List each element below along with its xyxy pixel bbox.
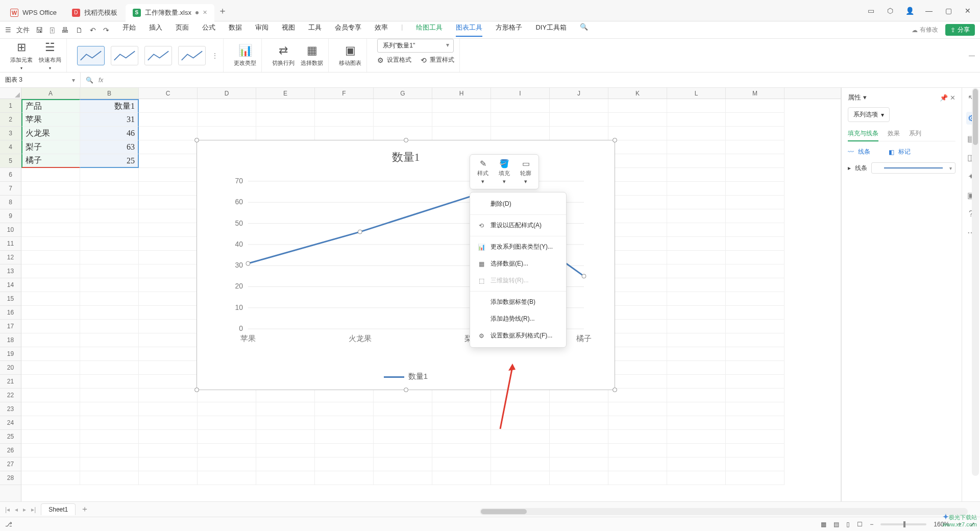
save-icon[interactable]: 🖫 [36, 26, 43, 34]
mini-fill-button[interactable]: 🪣填充▾ [494, 158, 515, 186]
style-thumb-1[interactable] [77, 46, 105, 65]
horizontal-scrollbar[interactable] [480, 508, 968, 515]
sheet-nav-last[interactable]: ▸| [31, 506, 36, 513]
zoom-slider[interactable] [880, 523, 926, 525]
resize-handle[interactable] [404, 138, 408, 142]
column-headers[interactable]: ABCDEFGHIJKLM [21, 88, 841, 99]
tab-wps[interactable]: WWPS Office [3, 4, 64, 21]
ctx-item[interactable]: ⟲重设以匹配样式(A) [470, 217, 566, 234]
series-options-dropdown[interactable]: 系列选项▾ [848, 107, 890, 122]
rp-tab-effect[interactable]: 效果 [888, 129, 900, 138]
redo-icon[interactable]: ↷ [103, 26, 109, 34]
select-all-corner[interactable] [0, 88, 21, 99]
add-sheet-button[interactable]: ＋ [81, 504, 89, 515]
tab-workbook[interactable]: S工作簿数量.xlsx✕ [126, 4, 214, 21]
set-format-button[interactable]: ⚙设置格式 [377, 56, 411, 64]
app-icon[interactable]: ▭ [866, 6, 876, 16]
status-mode-icon[interactable]: ⎇ [5, 521, 12, 528]
quick-layout-button[interactable]: ☱快速布局▾ [39, 41, 61, 70]
ribbon-collapse-icon[interactable]: — [969, 52, 975, 59]
hamburger-icon[interactable]: ☰ [5, 26, 11, 34]
tab-page[interactable]: 页面 [176, 23, 189, 37]
minimize-icon[interactable]: — [924, 6, 934, 16]
maximize-icon[interactable]: ▢ [943, 6, 953, 16]
sheet-nav-next[interactable]: ▸ [23, 506, 26, 513]
tab-start[interactable]: 开始 [122, 23, 136, 37]
link-marker[interactable]: 标记 [898, 148, 911, 156]
sheet-nav-first[interactable]: |◂ [5, 506, 10, 513]
style-thumb-2[interactable] [111, 46, 138, 65]
share-button[interactable]: ⇪分享 [945, 24, 975, 36]
ctx-item[interactable]: ▦选择数据(E)... [470, 255, 566, 272]
series-select[interactable]: 系列"数量1" [377, 39, 454, 53]
export-icon[interactable]: ⍐ [50, 26, 54, 34]
style-thumb-4[interactable] [178, 46, 206, 65]
cloud-status[interactable]: ☁有修改 [912, 26, 938, 34]
tab-add[interactable]: ＋ [215, 4, 230, 18]
rp-tab-series[interactable]: 系列 [909, 129, 921, 138]
row-headers[interactable]: 1234567891011121314151617181920212223242… [0, 99, 21, 517]
ctx-item[interactable]: 📊更改系列图表类型(Y)... [470, 238, 566, 255]
tab-review[interactable]: 审阅 [255, 23, 268, 37]
tab-data[interactable]: 数据 [229, 23, 242, 37]
style-more-icon[interactable]: ⋮ [212, 52, 218, 59]
file-menu[interactable]: 文件 [16, 26, 30, 35]
close-window-icon[interactable]: ✕ [963, 6, 973, 16]
view-break-icon[interactable]: ▯ [846, 521, 850, 528]
tab-insert[interactable]: 插入 [149, 23, 162, 37]
undo-icon[interactable]: ↶ [90, 26, 96, 34]
zoom-out-icon[interactable]: − [870, 521, 873, 528]
zoom-fx-icon[interactable]: 🔍 [86, 77, 93, 84]
view-page-icon[interactable]: ▤ [834, 521, 839, 528]
ctx-item[interactable]: 添加趋势线(R)... [470, 310, 566, 327]
print-icon[interactable]: 🖶 [61, 26, 68, 34]
ctx-item[interactable]: 删除(D) [470, 196, 566, 212]
tab-member[interactable]: 会员专享 [335, 23, 361, 37]
ctx-item[interactable]: 添加数据标签(B) [470, 294, 566, 310]
preview-icon[interactable]: 🗋 [76, 26, 83, 34]
tab-view[interactable]: 视图 [282, 23, 295, 37]
cube-icon[interactable]: ⬡ [885, 6, 895, 16]
tab-drawing-tools[interactable]: 绘图工具 [416, 23, 443, 37]
sheet-nav-prev[interactable]: ◂ [15, 506, 18, 513]
ctx-item[interactable]: ⚙设置数据系列格式(F)... [470, 327, 566, 344]
avatar-icon[interactable]: 👤 [904, 6, 915, 16]
select-data-button[interactable]: ▦选择数据 [301, 44, 323, 67]
tab-docer[interactable]: D找稻壳模板 [65, 4, 125, 21]
resize-handle[interactable] [194, 138, 199, 142]
tab-diy[interactable]: DIY工具箱 [535, 23, 567, 37]
resize-handle[interactable] [612, 138, 617, 142]
add-element-button[interactable]: ⊞添加元素▾ [10, 41, 33, 70]
sheet-tab[interactable]: Sheet1 [41, 503, 76, 515]
search-icon[interactable]: 🔍 [580, 23, 588, 37]
rp-tab-fill[interactable]: 填充与线条 [848, 129, 878, 141]
tab-efficiency[interactable]: 效率 [375, 23, 388, 37]
pin-icon[interactable]: 📌 [940, 94, 948, 102]
move-chart-button[interactable]: ▣移动图表 [339, 44, 361, 67]
tab-formula[interactable]: 公式 [202, 23, 215, 37]
expand-icon[interactable]: ▸ [848, 164, 851, 172]
chart-legend[interactable]: 数量1 [197, 372, 615, 381]
resize-handle[interactable] [404, 388, 408, 392]
mini-style-button[interactable]: ✎样式▾ [472, 158, 494, 186]
tab-tools[interactable]: 工具 [308, 23, 322, 37]
spreadsheet[interactable]: ABCDEFGHIJKLM 12345678910111213141516171… [0, 88, 841, 517]
line-style-dropdown[interactable] [871, 162, 955, 174]
name-box[interactable]: 图表 3▾ [0, 73, 81, 87]
pane-close-icon[interactable]: ✕ [950, 94, 955, 102]
fx-icon[interactable]: fx [99, 77, 103, 84]
vertical-scrollbar[interactable] [972, 88, 979, 476]
mini-outline-button[interactable]: ▭轮廓▾ [515, 158, 536, 186]
resize-handle[interactable] [612, 388, 617, 392]
view-read-icon[interactable]: ☐ [857, 521, 863, 528]
tab-chart-tools[interactable]: 图表工具 [456, 23, 482, 37]
switch-rc-button[interactable]: ⇄切换行列 [272, 44, 295, 67]
change-type-button[interactable]: 📊更改类型 [234, 44, 256, 67]
tab-square[interactable]: 方形格子 [496, 23, 522, 37]
resize-handle[interactable] [194, 388, 199, 392]
style-thumb-3[interactable] [144, 46, 172, 65]
chart-title[interactable]: 数量1 [197, 150, 615, 165]
reset-style-button[interactable]: ⟲重置样式 [421, 56, 454, 64]
link-line[interactable]: 线条 [858, 148, 870, 156]
close-icon[interactable]: ✕ [203, 9, 207, 16]
